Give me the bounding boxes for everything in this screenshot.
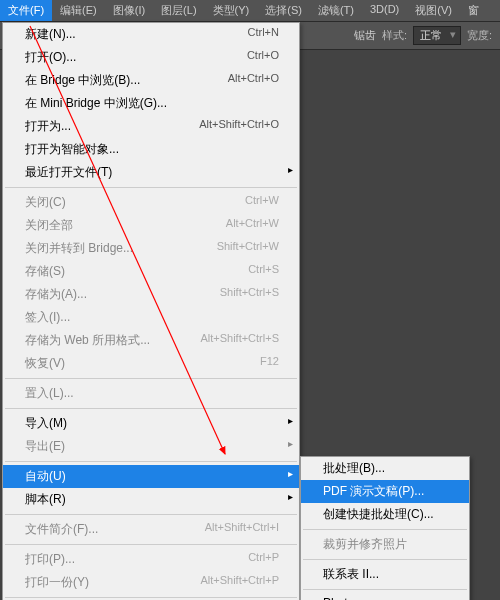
menu-separator — [5, 187, 297, 188]
menu-item: 文件简介(F)...Alt+Shift+Ctrl+I — [3, 518, 299, 541]
submenu-item-label: 批处理(B)... — [323, 460, 385, 477]
menu-item-label: 在 Bridge 中浏览(B)... — [25, 72, 140, 89]
menu-item-label: 在 Mini Bridge 中浏览(G)... — [25, 95, 167, 112]
menu-图像i[interactable]: 图像(I) — [105, 0, 153, 21]
submenu-item-label: PDF 演示文稿(P)... — [323, 483, 424, 500]
submenu-item[interactable]: 批处理(B)... — [301, 457, 469, 480]
menu-separator — [5, 597, 297, 598]
width-label: 宽度: — [467, 28, 492, 43]
menu-separator — [5, 378, 297, 379]
menu-item-shortcut: Alt+Shift+Ctrl+O — [199, 118, 279, 135]
menu-item-label: 导出(E) — [25, 438, 65, 455]
menu-separator — [5, 408, 297, 409]
menu-separator — [5, 514, 297, 515]
submenu-item[interactable]: 联系表 II... — [301, 563, 469, 586]
submenu-item-label: Photomerge... — [323, 596, 398, 600]
menu-item-label: 签入(I)... — [25, 309, 70, 326]
menu-item-label: 自动(U) — [25, 468, 66, 485]
menu-item[interactable]: 脚本(R) — [3, 488, 299, 511]
menu-item-label: 导入(M) — [25, 415, 67, 432]
menu-item-label: 打印一份(Y) — [25, 574, 89, 591]
menu-item: 签入(I)... — [3, 306, 299, 329]
menu-item: 关闭全部Alt+Ctrl+W — [3, 214, 299, 237]
menu-item: 恢复(V)F12 — [3, 352, 299, 375]
menu-item[interactable]: 在 Mini Bridge 中浏览(G)... — [3, 92, 299, 115]
menu-item-shortcut: Alt+Shift+Ctrl+P — [200, 574, 279, 591]
menu-item-label: 恢复(V) — [25, 355, 65, 372]
menu-item-shortcut: F12 — [260, 355, 279, 372]
menu-视图v[interactable]: 视图(V) — [407, 0, 460, 21]
menu-item: 关闭并转到 Bridge...Shift+Ctrl+W — [3, 237, 299, 260]
menu-item: 打印(P)...Ctrl+P — [3, 548, 299, 571]
menu-item-shortcut: Ctrl+S — [248, 263, 279, 280]
menu-item-label: 打开为... — [25, 118, 71, 135]
submenu-item[interactable]: PDF 演示文稿(P)... — [301, 480, 469, 503]
menu-item[interactable]: 打开为...Alt+Shift+Ctrl+O — [3, 115, 299, 138]
submenu-item-label: 裁剪并修齐照片 — [323, 536, 407, 553]
menu-item-shortcut: Alt+Ctrl+W — [226, 217, 279, 234]
menu-item-label: 文件简介(F)... — [25, 521, 98, 538]
menu-item: 存储为(A)...Shift+Ctrl+S — [3, 283, 299, 306]
menu-item-label: 最近打开文件(T) — [25, 164, 112, 181]
menu-separator — [303, 589, 467, 590]
menu-separator — [303, 529, 467, 530]
file-menu-dropdown: 新建(N)...Ctrl+N打开(O)...Ctrl+O在 Bridge 中浏览… — [2, 22, 300, 600]
submenu-item[interactable]: Photomerge... — [301, 593, 469, 600]
menu-编辑e[interactable]: 编辑(E) — [52, 0, 105, 21]
menu-item-shortcut: Alt+Shift+Ctrl+S — [200, 332, 279, 349]
menu-item-label: 关闭全部 — [25, 217, 73, 234]
menu-separator — [5, 544, 297, 545]
menu-item-label: 脚本(R) — [25, 491, 66, 508]
menu-item: 置入(L)... — [3, 382, 299, 405]
menu-item-label: 打开(O)... — [25, 49, 76, 66]
menu-item-shortcut: Ctrl+O — [247, 49, 279, 66]
menu-item-label: 关闭并转到 Bridge... — [25, 240, 133, 257]
menu-item-shortcut: Alt+Shift+Ctrl+I — [205, 521, 279, 538]
menu-窗[interactable]: 窗 — [460, 0, 487, 21]
menu-separator — [303, 559, 467, 560]
menu-item-label: 置入(L)... — [25, 385, 74, 402]
menu-滤镜t[interactable]: 滤镜(T) — [310, 0, 362, 21]
menu-separator — [5, 461, 297, 462]
menu-item-shortcut: Ctrl+P — [248, 551, 279, 568]
menu-item-shortcut: Shift+Ctrl+W — [217, 240, 279, 257]
style-select[interactable]: 正常 — [413, 26, 461, 45]
menu-3dd[interactable]: 3D(D) — [362, 0, 407, 21]
menu-item-shortcut: Ctrl+W — [245, 194, 279, 211]
menu-类型y[interactable]: 类型(Y) — [205, 0, 258, 21]
menu-item-label: 存储为 Web 所用格式... — [25, 332, 150, 349]
menu-item-label: 新建(N)... — [25, 26, 76, 43]
menu-item[interactable]: 打开(O)...Ctrl+O — [3, 46, 299, 69]
menu-item-label: 存储(S) — [25, 263, 65, 280]
menu-选择s[interactable]: 选择(S) — [257, 0, 310, 21]
submenu-item-label: 联系表 II... — [323, 566, 379, 583]
menu-item: 导出(E) — [3, 435, 299, 458]
submenu-item[interactable]: 创建快捷批处理(C)... — [301, 503, 469, 526]
menu-item[interactable]: 打开为智能对象... — [3, 138, 299, 161]
menu-文件f[interactable]: 文件(F) — [0, 0, 52, 21]
automate-submenu: 批处理(B)...PDF 演示文稿(P)...创建快捷批处理(C)...裁剪并修… — [300, 456, 470, 600]
menu-图层l[interactable]: 图层(L) — [153, 0, 204, 21]
menu-item: 关闭(C)Ctrl+W — [3, 191, 299, 214]
menubar: 文件(F)编辑(E)图像(I)图层(L)类型(Y)选择(S)滤镜(T)3D(D)… — [0, 0, 500, 22]
menu-item[interactable]: 导入(M) — [3, 412, 299, 435]
menu-item: 存储为 Web 所用格式...Alt+Shift+Ctrl+S — [3, 329, 299, 352]
menu-item: 存储(S)Ctrl+S — [3, 260, 299, 283]
menu-item-label: 存储为(A)... — [25, 286, 87, 303]
menu-item[interactable]: 在 Bridge 中浏览(B)...Alt+Ctrl+O — [3, 69, 299, 92]
submenu-item: 裁剪并修齐照片 — [301, 533, 469, 556]
anti-alias-label: 锯齿 — [354, 28, 376, 43]
menu-item[interactable]: 自动(U) — [3, 465, 299, 488]
menu-item[interactable]: 最近打开文件(T) — [3, 161, 299, 184]
menu-item-label: 打开为智能对象... — [25, 141, 119, 158]
submenu-item-label: 创建快捷批处理(C)... — [323, 506, 434, 523]
menu-item-shortcut: Ctrl+N — [248, 26, 279, 43]
menu-item[interactable]: 新建(N)...Ctrl+N — [3, 23, 299, 46]
menu-item-shortcut: Alt+Ctrl+O — [228, 72, 279, 89]
menu-item-label: 关闭(C) — [25, 194, 66, 211]
style-label: 样式: — [382, 28, 407, 43]
menu-item-shortcut: Shift+Ctrl+S — [220, 286, 279, 303]
menu-item-label: 打印(P)... — [25, 551, 75, 568]
menu-item: 打印一份(Y)Alt+Shift+Ctrl+P — [3, 571, 299, 594]
